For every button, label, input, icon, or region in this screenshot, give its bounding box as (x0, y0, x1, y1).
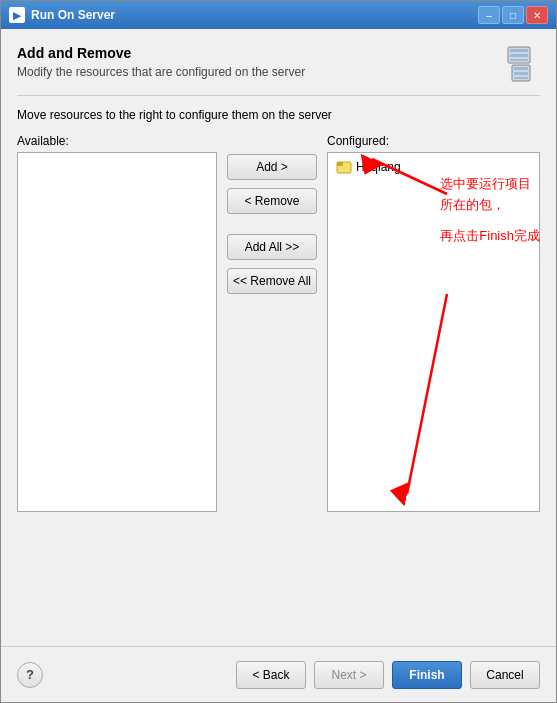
header-text: Add and Remove Modify the resources that… (17, 45, 305, 79)
header-section: Add and Remove Modify the resources that… (17, 45, 540, 96)
project-icon (336, 159, 352, 175)
transfer-buttons: Add > < Remove Add All >> << Remove All (217, 154, 327, 294)
back-button[interactable]: < Back (236, 661, 306, 689)
configured-label: Configured: (327, 134, 540, 148)
main-content: Add and Remove Modify the resources that… (1, 29, 556, 646)
add-button[interactable]: Add > (227, 154, 317, 180)
configured-item-name: Huqiang (356, 160, 401, 174)
title-bar: ▶ Run On Server – □ ✕ (1, 1, 556, 29)
section-title: Add and Remove (17, 45, 305, 61)
window: ▶ Run On Server – □ ✕ Add and Remove Mod… (0, 0, 557, 703)
svg-rect-5 (514, 67, 528, 70)
bottom-right: < Back Next > Finish Cancel (236, 661, 540, 689)
window-icon: ▶ (9, 7, 25, 23)
panels-row: Available: Add > < Remove Add All >> << … (17, 134, 540, 630)
next-button[interactable]: Next > (314, 661, 384, 689)
window-title: Run On Server (31, 8, 478, 22)
svg-rect-9 (337, 164, 343, 166)
finish-button[interactable]: Finish (392, 661, 462, 689)
instruction-text: Move resources to the right to configure… (17, 108, 540, 122)
add-all-button[interactable]: Add All >> (227, 234, 317, 260)
svg-rect-3 (510, 59, 528, 61)
svg-rect-6 (514, 72, 528, 75)
configured-panel: Configured: Huqiang (327, 134, 540, 512)
help-button[interactable]: ? (17, 662, 43, 688)
remove-all-button[interactable]: << Remove All (227, 268, 317, 294)
maximize-button[interactable]: □ (502, 6, 524, 24)
panels-container: Available: Add > < Remove Add All >> << … (17, 134, 540, 630)
svg-rect-1 (510, 49, 528, 52)
svg-rect-7 (514, 77, 528, 79)
close-button[interactable]: ✕ (526, 6, 548, 24)
minimize-button[interactable]: – (478, 6, 500, 24)
title-bar-controls: – □ ✕ (478, 6, 548, 24)
available-panel: Available: (17, 134, 217, 512)
available-listbox[interactable] (17, 152, 217, 512)
available-label: Available: (17, 134, 217, 148)
section-description: Modify the resources that are configured… (17, 65, 305, 79)
svg-rect-10 (337, 162, 343, 164)
server-icon (500, 45, 540, 85)
configured-item: Huqiang (332, 157, 535, 177)
cancel-button[interactable]: Cancel (470, 661, 540, 689)
configured-listbox[interactable]: Huqiang (327, 152, 540, 512)
svg-rect-2 (510, 54, 528, 57)
remove-button[interactable]: < Remove (227, 188, 317, 214)
bottom-left: ? (17, 662, 43, 688)
bottom-bar: ? < Back Next > Finish Cancel (1, 646, 556, 702)
